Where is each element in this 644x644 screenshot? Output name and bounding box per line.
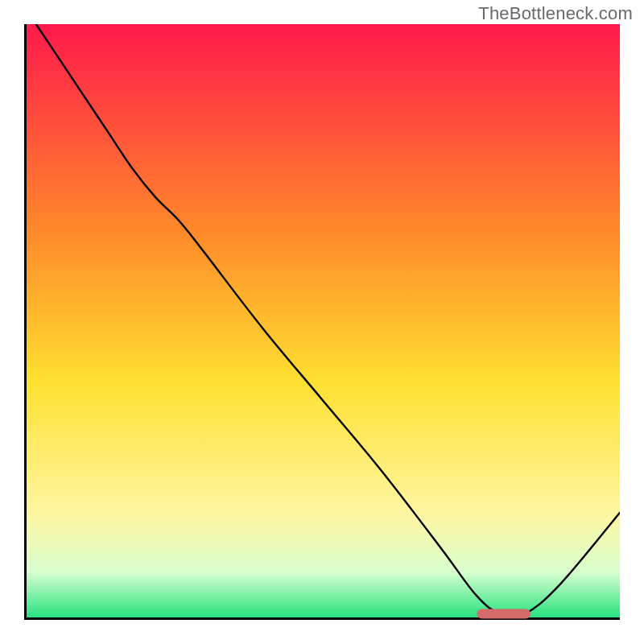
chart-container: TheBottleneck.com (0, 0, 644, 644)
watermark-text: TheBottleneck.com (478, 3, 633, 24)
plot-area (24, 24, 620, 620)
plot-background (24, 24, 620, 620)
optimal-range-marker (477, 609, 530, 619)
plot-svg (24, 24, 620, 620)
